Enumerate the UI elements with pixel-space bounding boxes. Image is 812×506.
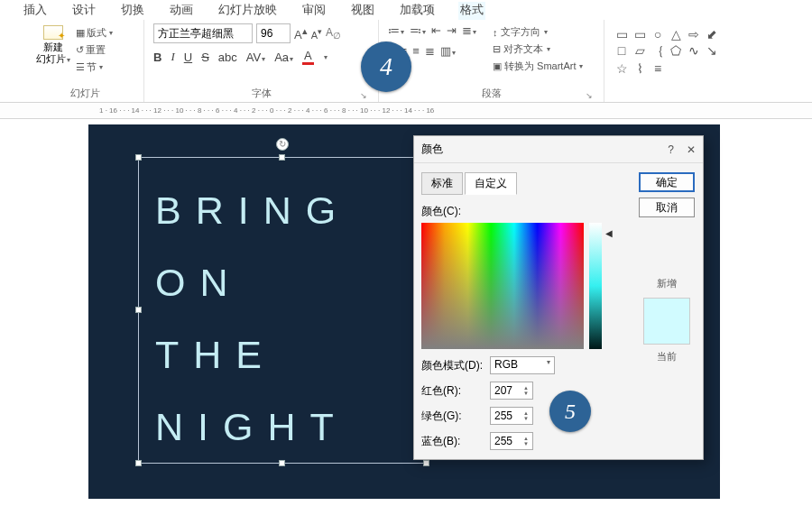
dialog-close-button[interactable]: ✕ [687,143,696,156]
resize-handle[interactable] [423,460,429,466]
ribbon-group-slides: 新建 幻灯片▾ ▦版式▾ ↺重置 ☰节▾ 幻灯片 [27,20,144,102]
text-direction-icon: ↕ [493,27,498,38]
shape-item[interactable]: ▱ [632,43,648,60]
tab-slideshow[interactable]: 幻灯片放映 [217,2,279,20]
shape-item[interactable]: ☆ [614,61,630,76]
underline-button[interactable]: U [184,51,192,64]
tab-transition[interactable]: 切换 [119,2,146,20]
shape-item[interactable]: ○ [650,27,666,41]
tab-design[interactable]: 设计 [70,2,97,20]
shrink-font-button[interactable]: A▾ [311,26,322,41]
font-size-select[interactable] [256,23,291,43]
slide[interactable]: ↻ BRING ON THE NIGHT 颜色 ? ✕ [88,124,720,499]
callout-5: 5 [549,391,591,432]
shape-item[interactable]: □ [614,43,630,60]
section-button[interactable]: ☰节▾ [76,60,113,74]
numbering-button[interactable]: ≕▾ [410,23,426,37]
new-color-label: 新增 [657,277,677,290]
para-dialog-launcher[interactable]: ↘ [586,91,593,100]
color-spectrum[interactable] [421,223,584,349]
shape-item[interactable]: ▭ [632,27,648,41]
shape-item[interactable]: ⇨ [686,27,702,41]
font-dialog-launcher[interactable]: ↘ [360,91,367,100]
tab-view[interactable]: 视图 [349,2,376,20]
indent-inc-button[interactable]: ⇥ [447,23,457,37]
tab-review[interactable]: 审阅 [300,2,328,20]
resize-handle[interactable] [279,460,285,466]
shape-item[interactable]: ∿ [686,43,702,60]
font-name-select[interactable] [153,23,253,43]
shape-item[interactable]: ↘ [704,43,720,60]
strike-button[interactable]: S [201,51,209,64]
group-label-slides: 幻灯片 [36,85,134,102]
indent-dec-button[interactable]: ⇤ [431,23,441,37]
reset-button[interactable]: ↺重置 [76,43,113,57]
g-input[interactable]: 255▲▼ [490,407,533,425]
resize-handle[interactable] [279,154,285,161]
tab-addins[interactable]: 加载项 [398,2,437,20]
dialog-title: 颜色 [421,142,443,157]
shape-item[interactable]: ▭ [614,27,630,41]
slide-text: BRING ON THE NIGHT [139,158,426,463]
tab-format[interactable]: 格式 [458,2,485,20]
grow-font-button[interactable]: A▴ [294,25,308,41]
section-icon: ☰ [76,61,85,73]
dialog-help-button[interactable]: ? [668,143,674,156]
selected-textbox[interactable]: ↻ BRING ON THE NIGHT [138,157,427,464]
canvas: ↻ BRING ON THE NIGHT 颜色 ? ✕ [0,119,812,499]
bullets-button[interactable]: ≔▾ [388,23,404,37]
ribbon: 新建 幻灯片▾ ▦版式▾ ↺重置 ☰节▾ 幻灯片 A▴ A▾ A∅ B I U [0,20,812,103]
resize-handle[interactable] [135,307,142,313]
shape-item[interactable]: ⬋ [704,27,720,41]
r-input[interactable]: 207▲▼ [490,382,533,400]
align-text-icon: ⊟ [493,43,501,55]
b-input[interactable]: 255▲▼ [490,432,533,450]
shadow-button[interactable]: abc [218,51,237,64]
group-label-font: 字体↘ [153,85,369,102]
ribbon-group-paragraph: ≔▾ ≕▾ ⇤ ⇥ ≣▾ ≡ ≡ ≡ ≣ ▥▾ ↕文字方向▾ ⊟对齐文本▾ ▣转… [379,20,604,102]
smartart-button[interactable]: ▣转换为 SmartArt▾ [493,60,583,73]
align-text-button[interactable]: ⊟对齐文本▾ [493,42,583,56]
tab-custom[interactable]: 自定义 [465,172,517,195]
clear-format-button[interactable]: A∅ [326,26,341,41]
resize-handle[interactable] [135,154,142,161]
new-slide-button[interactable]: 新建 幻灯片▾ [36,23,70,66]
ok-button[interactable]: 确定 [639,172,695,192]
shape-item[interactable]: ≡ [650,61,666,76]
current-color-label: 当前 [657,350,677,363]
resize-handle[interactable] [135,460,142,466]
callout-4: 4 [361,41,411,92]
shape-item[interactable]: ｛ [650,43,666,60]
spacing-button[interactable]: AV▾ [246,51,265,64]
tab-animation[interactable]: 动画 [168,2,195,20]
color-label: 颜色(C): [421,204,623,219]
align-right-button[interactable]: ≡ [412,44,420,58]
mode-label: 颜色模式(D): [421,358,484,373]
shape-item[interactable]: △ [668,27,684,41]
b-label: 蓝色(B): [421,434,484,449]
align-justify-button[interactable]: ≣ [425,44,435,58]
case-button[interactable]: Aa▾ [274,51,293,64]
bold-button[interactable]: B [153,51,161,64]
italic-button[interactable]: I [171,50,174,64]
new-slide-icon [43,25,63,40]
shape-item[interactable]: ⌇ [632,61,648,76]
tab-insert[interactable]: 插入 [22,2,49,20]
shape-item[interactable]: ⬠ [668,43,684,60]
smartart-icon: ▣ [493,60,502,72]
r-label: 红色(R): [421,383,484,399]
layout-button[interactable]: ▦版式▾ [76,26,113,40]
line-spacing-button[interactable]: ≣▾ [462,23,476,37]
tab-standard[interactable]: 标准 [421,172,463,195]
g-label: 绿色(G): [421,409,484,424]
columns-button[interactable]: ▥▾ [440,44,456,58]
shapes-gallery[interactable]: ▭▭○△⇨⬋□▱｛⬠∿↘☆⌇≡ [614,23,722,76]
font-color-button[interactable]: A [302,49,314,65]
mode-select[interactable]: RGB ▾ [490,356,555,374]
rotate-handle[interactable]: ↻ [276,138,289,151]
reset-icon: ↺ [76,44,84,56]
color-dialog: 颜色 ? ✕ 标准 自定义 颜色(C): [413,135,704,460]
text-direction-button[interactable]: ↕文字方向▾ [493,25,583,39]
luminance-slider[interactable] [589,223,602,349]
cancel-button[interactable]: 取消 [639,198,695,217]
